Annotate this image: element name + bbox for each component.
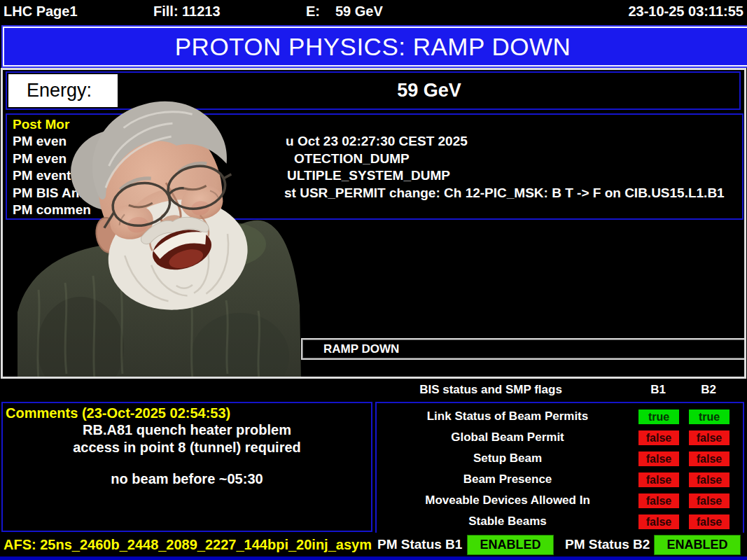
table-row: Stable Beams false false xyxy=(377,511,743,532)
comments-box: Comments (23-Oct-2025 02:54:53) RB.A81 q… xyxy=(1,402,372,532)
status-badge-b2: false xyxy=(689,472,729,487)
status-badge-b1: false xyxy=(638,514,679,529)
page-title-banner: PROTON PHYSICS: RAMP DOWN xyxy=(1,25,747,68)
beam-mode-progress-bar: RAMP DOWN xyxy=(301,338,746,360)
bottom-status-bar: AFS: 25ns_2460b_2448_2089_2227_144bpi_20… xyxy=(0,533,747,556)
bis-row-label: Moveable Devices Allowed In xyxy=(377,493,638,507)
energy-prefix: E: xyxy=(306,0,320,23)
beam1-column-header: B1 xyxy=(638,383,678,397)
status-badge-b2: false xyxy=(689,451,729,466)
top-status-bar: LHC Page1 Fill: 11213 E: 59 GeV 23-10-25… xyxy=(0,0,747,24)
status-badge-b1: false xyxy=(638,430,679,445)
fill-number: Fill: 11213 xyxy=(153,0,221,23)
bis-smp-header: BIS status and SMP flags xyxy=(375,383,606,397)
table-row: Setup Beam false false xyxy=(377,448,743,469)
table-row: Link Status of Beam Permits true true xyxy=(377,406,743,427)
bis-flags-table: Link Status of Beam Permits true true Gl… xyxy=(375,402,744,535)
status-badge-b2: false xyxy=(689,493,729,508)
afs-filling-scheme: AFS: 25ns_2460b_2448_2089_2227_144bpi_20… xyxy=(4,533,372,556)
beam-mode-label: RAMP DOWN xyxy=(323,342,399,356)
comment-line: no beam before ~05:30 xyxy=(3,470,371,488)
bis-row-label: Link Status of Beam Permits xyxy=(377,410,638,424)
status-badge-b2: false xyxy=(689,430,729,445)
app-title: LHC Page1 xyxy=(4,0,78,23)
pm-status-b1-label: PM Status B1 xyxy=(377,533,462,556)
table-row: Global Beam Permit false false xyxy=(377,427,743,448)
main-panel: Energy: 59 GeV Post Mor PM even u Oct 23… xyxy=(1,68,746,379)
status-badge-b2: true xyxy=(689,410,729,424)
comment-line: RB.A81 quench heater problem xyxy=(3,421,371,439)
table-row: Beam Presence false false xyxy=(377,469,743,490)
clock: 23-10-25 03:11:55 xyxy=(628,0,743,23)
bis-row-label: Beam Presence xyxy=(377,472,638,486)
comment-line xyxy=(3,456,371,470)
status-badge-b1: true xyxy=(638,410,679,424)
footer-blue-strip xyxy=(0,556,747,560)
page-title: PROTON PHYSICS: RAMP DOWN xyxy=(175,33,571,61)
comment-line: access in point 8 (tunnel) required xyxy=(3,439,371,456)
pm-status-b2-badge: ENABLED xyxy=(654,535,741,555)
comments-header: Comments (23-Oct-2025 02:54:53) xyxy=(3,403,371,421)
pm-status-b1-badge: ENABLED xyxy=(467,535,554,555)
pm-status-b2-label: PM Status B2 xyxy=(565,533,650,556)
bis-row-label: Setup Beam xyxy=(377,451,638,465)
bis-row-label: Stable Beams xyxy=(377,514,638,528)
status-badge-b1: false xyxy=(638,493,679,508)
energy-readout: 59 GeV xyxy=(335,0,383,23)
status-badge-b2: false xyxy=(689,514,729,529)
bis-row-label: Global Beam Permit xyxy=(377,430,638,444)
beam2-column-header: B2 xyxy=(688,383,729,397)
status-badge-b1: false xyxy=(638,472,679,487)
table-row: Moveable Devices Allowed In false false xyxy=(377,490,743,511)
laughing-man-photo xyxy=(18,80,303,379)
status-badge-b1: false xyxy=(638,451,679,466)
